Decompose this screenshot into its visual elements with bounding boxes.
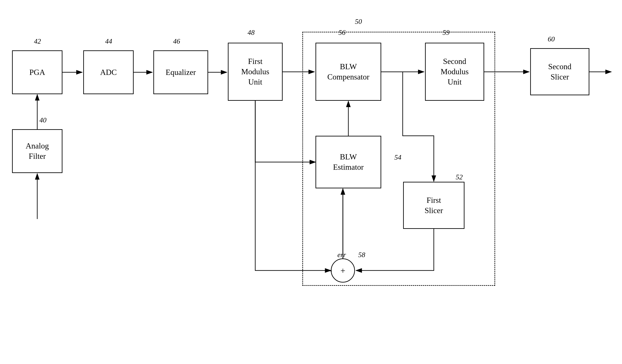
- diagram: 50 PGA 42 ADC 44 Equalizer 46 First Modu…: [0, 0, 622, 364]
- connections-svg: [0, 0, 622, 364]
